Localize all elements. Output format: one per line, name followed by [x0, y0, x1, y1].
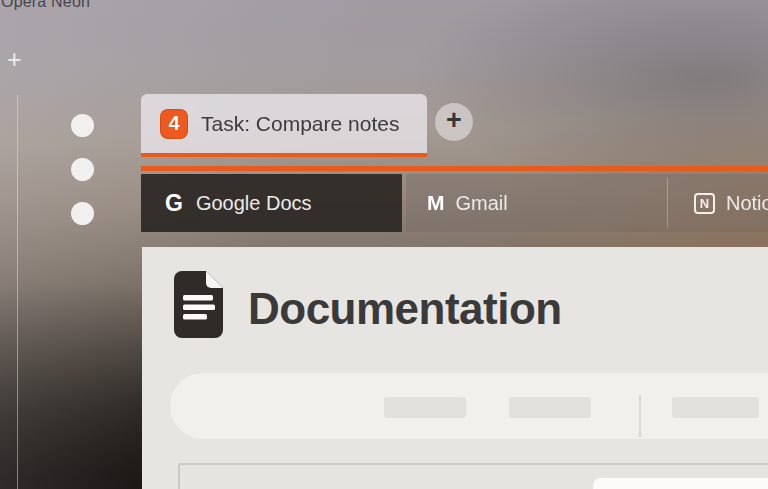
tab-gmail-label: Gmail: [456, 192, 508, 215]
document-content-card: [593, 478, 768, 489]
plus-icon: +: [446, 107, 462, 134]
sidebar-dot-3[interactable]: [71, 202, 94, 225]
toolbar-placeholder-button[interactable]: [384, 397, 466, 418]
tab-google-docs[interactable]: G Google Docs: [141, 174, 402, 232]
sidebar-dot-1[interactable]: [71, 114, 94, 137]
document-icon: [173, 271, 223, 338]
new-task-button[interactable]: +: [435, 103, 473, 141]
document-title: Documentation: [248, 284, 562, 334]
task-tab[interactable]: 4 Task: Compare notes: [141, 94, 427, 153]
task-tab-title: Task: Compare notes: [201, 112, 399, 136]
toolbar-placeholder-button[interactable]: [509, 397, 591, 418]
task-count-badge: 4: [160, 109, 188, 139]
toolbar-placeholder-button[interactable]: [672, 397, 759, 418]
tab-divider: [667, 178, 668, 228]
tab-notion[interactable]: N Notion: [694, 174, 768, 232]
notion-n-icon: N: [694, 193, 715, 214]
tab-google-docs-label: Google Docs: [196, 192, 312, 215]
tab-gmail[interactable]: M Gmail: [427, 174, 508, 232]
gmail-m-icon: M: [427, 191, 444, 215]
sidebar-plus-icon[interactable]: +: [7, 47, 22, 72]
document-toolbar: [170, 373, 768, 439]
opera-neon-window: Opera Neon + 4 Task: Compare notes + G G…: [0, 0, 768, 489]
google-g-icon: G: [165, 190, 183, 217]
accent-divider-line: [141, 166, 768, 171]
tab-notion-label: Notion: [726, 192, 768, 215]
document-panel: Documentation: [142, 247, 768, 489]
app-tab-strip: G Google Docs M Gmail N Notion: [141, 174, 768, 232]
active-tab-underline: [141, 153, 427, 157]
toolbar-divider: [639, 395, 641, 437]
brand-label: Opera Neon: [1, 0, 90, 11]
sidebar-dot-2[interactable]: [71, 158, 94, 181]
sidebar-divider-line: [17, 95, 18, 489]
